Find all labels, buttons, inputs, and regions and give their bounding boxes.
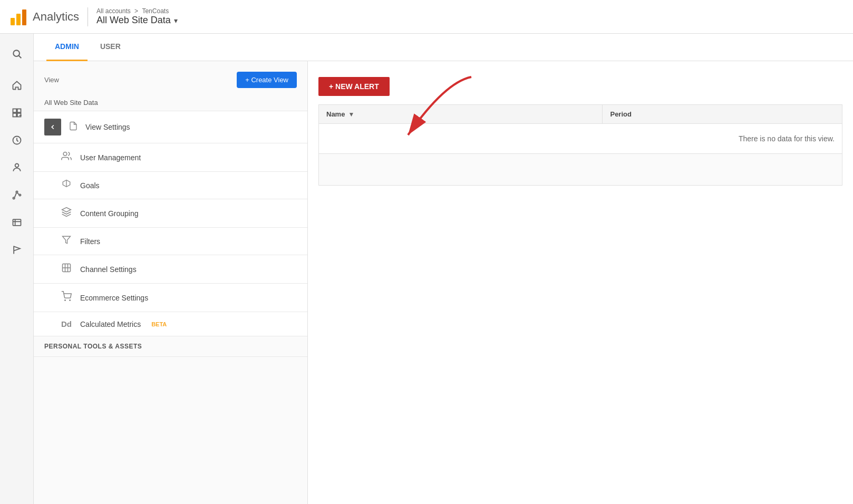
svg-line-13 — [14, 193, 16, 197]
tab-user[interactable]: USER — [92, 34, 129, 61]
section-header-personal-tools: PERSONAL TOOLS & ASSETS — [34, 336, 307, 357]
breadcrumb: All accounts > TenCoats — [96, 7, 178, 15]
svg-marker-22 — [63, 236, 71, 244]
nav-label-ecommerce-settings: Ecommerce Settings — [80, 294, 148, 302]
property-selector[interactable]: All Web Site Data ▾ — [96, 15, 178, 26]
create-view-button[interactable]: + Create View — [237, 72, 297, 88]
logo-bar-1 — [11, 18, 15, 25]
admin-columns: View + Create View All Web Site Data — [34, 61, 853, 504]
nav-item-ecommerce-settings[interactable]: Ecommerce Settings — [34, 284, 307, 312]
nav-item-view-settings-wrapper: View Settings — [34, 111, 307, 143]
no-data-row: There is no data for this view. — [319, 124, 842, 154]
chevron-down-icon: ▾ — [174, 16, 178, 25]
back-button[interactable] — [44, 119, 61, 135]
tabs-bar: ADMIN USER — [34, 34, 853, 61]
nav-item-user-management[interactable]: User Management — [34, 143, 307, 172]
nav-label-filters: Filters — [80, 237, 100, 246]
top-header: Analytics All accounts > TenCoats All We… — [0, 0, 853, 34]
sidebar-icon-clock[interactable] — [5, 129, 28, 152]
sidebar-icon-dashboard[interactable] — [5, 101, 28, 124]
filter-icon — [60, 235, 73, 247]
no-data-message: There is no data for this view. — [319, 124, 842, 154]
users-icon — [60, 151, 73, 164]
right-panel: + NEW ALERT Name ▼ Period — [308, 61, 853, 504]
sort-icon[interactable]: ▼ — [348, 111, 354, 118]
logo-text: Analytics — [33, 10, 79, 24]
nav-item-calculated-metrics[interactable]: Dd Calculated Metrics BETA — [34, 312, 307, 336]
nav-label-channel-settings: Channel Settings — [80, 265, 137, 274]
svg-point-0 — [13, 50, 20, 56]
main-layout: ADMIN USER View + Create View All Web Si… — [0, 34, 853, 504]
svg-point-11 — [16, 191, 17, 193]
layers-icon — [60, 207, 73, 220]
breadcrumb-area: All accounts > TenCoats All Web Site Dat… — [96, 7, 178, 26]
svg-point-12 — [19, 194, 21, 196]
nav-item-content-grouping[interactable]: Content Grouping — [34, 199, 307, 228]
view-label: View — [44, 76, 59, 84]
svg-point-10 — [13, 197, 14, 199]
header-divider — [88, 7, 88, 26]
beta-badge: BETA — [151, 321, 167, 327]
cart-icon — [60, 291, 73, 304]
nav-label-view-settings[interactable]: View Settings — [85, 123, 130, 131]
nav-label-calculated-metrics: Calculated Metrics — [80, 320, 141, 328]
sidebar-icon-home[interactable] — [5, 74, 28, 97]
svg-rect-15 — [13, 219, 21, 226]
nav-label-goals: Goals — [80, 181, 100, 190]
col-header-name: Name ▼ — [319, 105, 603, 124]
dd-icon: Dd — [60, 319, 73, 328]
channel-settings-icon — [60, 263, 73, 276]
sidebar-icon-acquisition[interactable] — [5, 183, 28, 207]
logo-bar-3 — [22, 9, 26, 25]
svg-rect-4 — [17, 113, 21, 117]
svg-point-9 — [15, 164, 18, 168]
col-header-period: Period — [603, 105, 842, 124]
nav-item-goals[interactable]: Goals — [34, 172, 307, 199]
svg-rect-5 — [13, 113, 16, 117]
logo-icon — [11, 8, 26, 25]
svg-point-27 — [65, 300, 66, 301]
sidebar-icon-flag[interactable] — [5, 238, 28, 261]
icon-sidebar — [0, 34, 34, 504]
svg-rect-3 — [17, 109, 21, 113]
column-header: View + Create View — [34, 72, 307, 94]
svg-rect-2 — [13, 109, 16, 113]
sidebar-icon-behavior[interactable] — [5, 211, 28, 234]
svg-line-1 — [18, 56, 21, 59]
nav-label-user-management: User Management — [80, 153, 141, 162]
nav-item-filters[interactable]: Filters — [34, 228, 307, 255]
sidebar-icon-person[interactable] — [5, 156, 28, 179]
nav-item-channel-settings[interactable]: Channel Settings — [34, 255, 307, 284]
nav-label-content-grouping: Content Grouping — [80, 209, 139, 218]
logo-bar-2 — [16, 14, 21, 25]
svg-line-14 — [17, 193, 18, 195]
data-table: Name ▼ Period There is no data for this … — [318, 104, 842, 186]
view-name: All Web Site Data — [34, 94, 307, 111]
new-alert-button[interactable]: + NEW ALERT — [318, 77, 390, 96]
view-column: View + Create View All Web Site Data — [34, 61, 308, 504]
flag-icon — [60, 179, 73, 191]
nav-icon-view-settings — [69, 121, 78, 133]
content-area: ADMIN USER View + Create View All Web Si… — [34, 34, 853, 504]
svg-point-28 — [70, 300, 71, 301]
svg-point-19 — [63, 152, 67, 156]
tab-admin[interactable]: ADMIN — [46, 34, 88, 61]
empty-row — [319, 154, 842, 186]
sidebar-icon-search[interactable] — [5, 42, 28, 65]
logo-area: Analytics — [11, 8, 79, 25]
